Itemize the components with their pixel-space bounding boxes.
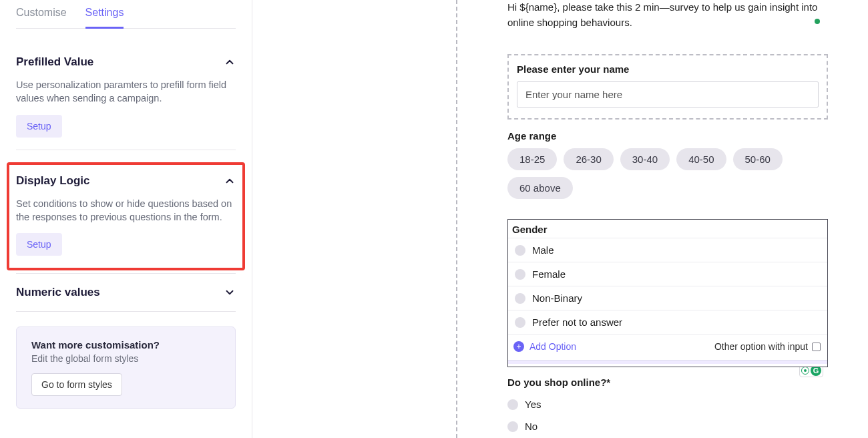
section-prefilled-value: Prefilled Value Use personalization para… [16,43,236,150]
question-block-name[interactable]: Please enter your name Enter your name h… [507,54,828,120]
sidebar-tabs: Customise Settings [16,7,236,29]
question-label-gender: Gender [508,220,827,238]
form-preview: Hi ${name}, please take this 2 min—surve… [507,0,828,437]
chevron-up-icon [224,56,236,68]
intro-text: Hi ${name}, please take this 2 min—surve… [507,0,828,30]
setup-button-display-logic[interactable]: Setup [16,233,62,256]
card-subtitle: Edit the global form styles [31,353,220,364]
gender-option-label: Female [532,268,566,280]
go-to-form-styles-button[interactable]: Go to form styles [31,373,122,396]
age-option[interactable]: 30-40 [620,148,670,170]
shop-option-label: Yes [525,399,541,410]
section-desc-prefilled: Use personalization paramters to prefill… [16,78,236,105]
other-option-label: Other option with input [714,341,808,352]
gender-add-row: + Add Option Other option with input [508,334,827,357]
gender-option[interactable]: Non-Binary [508,286,827,310]
gender-option-label: Male [532,244,554,256]
shop-option-label: No [525,421,537,432]
age-option[interactable]: 60 above [507,177,573,199]
tab-customise[interactable]: Customise [16,7,67,28]
question-block-shop-online: Do you shop online?* Yes No [507,377,828,437]
age-option[interactable]: 50-60 [733,148,783,170]
name-input[interactable]: Enter your name here [517,81,819,107]
plus-icon: + [513,341,524,352]
age-options: 18-25 26-30 30-40 40-50 50-60 60 above [507,148,828,199]
settings-sidebar: Customise Settings Prefilled Value Use p… [0,0,252,438]
question-block-gender[interactable]: Gender Male Female Non-Binary Prefer not… [507,219,828,367]
card-title: Want more customisation? [31,339,220,351]
radio-icon [515,245,525,256]
section-title-display-logic: Display Logic [16,174,90,188]
section-header-display-logic[interactable]: Display Logic [16,174,236,188]
highlight-display-logic: Display Logic Set conditions to show or … [7,162,245,271]
add-option-button[interactable]: + Add Option [513,341,576,352]
setup-button-prefilled[interactable]: Setup [16,115,62,138]
section-display-logic: Display Logic Set conditions to show or … [16,174,236,256]
radio-icon [515,269,525,280]
gender-option-label: Prefer not to answer [532,316,622,328]
vertical-divider [456,0,457,438]
age-option[interactable]: 40-50 [676,148,726,170]
chevron-up-icon [224,175,236,187]
question-label-age: Age range [507,130,828,142]
add-option-label: Add Option [529,341,576,352]
block-footer-accent [508,360,827,364]
shop-option[interactable]: Yes [507,393,828,415]
section-header-numeric[interactable]: Numeric values [16,286,236,299]
gender-option[interactable]: Male [508,238,827,262]
question-label-name: Please enter your name [517,63,819,75]
gender-option-label: Non-Binary [532,292,582,304]
question-label-shop: Do you shop online?* [507,377,828,388]
chevron-down-icon [224,286,236,298]
radio-icon [507,421,518,432]
gender-option[interactable]: Prefer not to answer [508,310,827,334]
section-header-prefilled[interactable]: Prefilled Value [16,55,236,69]
age-option[interactable]: 18-25 [507,148,557,170]
other-option-toggle[interactable]: Other option with input [714,341,821,352]
gender-option[interactable]: Female [508,262,827,286]
shop-option[interactable]: No [507,415,828,437]
name-input-placeholder: Enter your name here [525,89,622,100]
customisation-card: Want more customisation? Edit the global… [16,326,236,409]
radio-icon [507,399,518,410]
section-desc-display-logic: Set conditions to show or hide questions… [16,197,236,224]
radio-icon [515,293,525,304]
radio-icon [515,317,525,328]
section-title-numeric: Numeric values [16,286,100,299]
section-numeric-values: Numeric values [16,273,236,312]
section-title-prefilled: Prefilled Value [16,55,93,69]
question-block-age: Age range 18-25 26-30 30-40 40-50 50-60 … [507,130,828,199]
tab-settings[interactable]: Settings [85,7,124,29]
checkbox-icon [812,343,821,351]
age-option[interactable]: 26-30 [564,148,613,170]
